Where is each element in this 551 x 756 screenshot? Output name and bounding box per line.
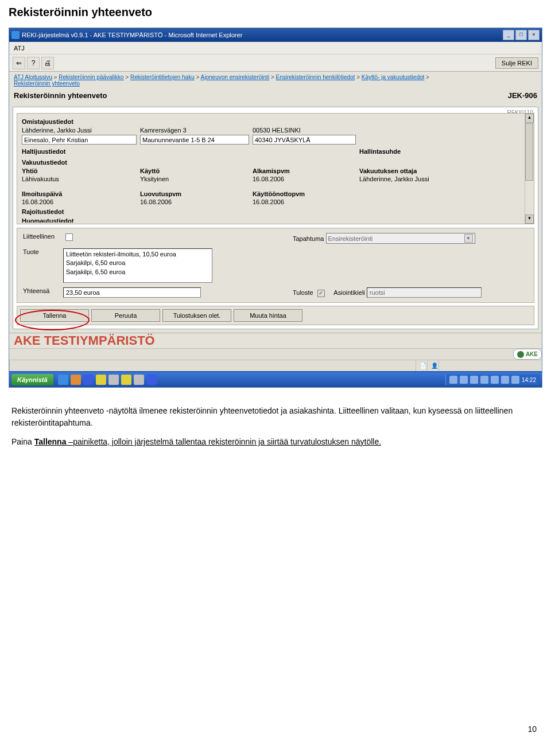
kaytto-header: Käyttö bbox=[140, 167, 249, 174]
tapahtuma-label: Tapahtuma bbox=[293, 235, 324, 242]
liitteellinen-label: Liitteellinen bbox=[23, 233, 63, 240]
scrollbar[interactable]: ▲ ▼ bbox=[525, 114, 534, 224]
status-zone bbox=[439, 360, 542, 371]
rajoitus-label: Rajoitustiedot bbox=[22, 208, 522, 215]
tuote-label: Tuote bbox=[23, 248, 63, 255]
omistajuus-label: Omistajuustiedot bbox=[22, 118, 522, 125]
status-segment bbox=[9, 360, 416, 371]
yhteensa-value: 23,50 euroa bbox=[63, 287, 201, 298]
peruuta-button[interactable]: Peruuta bbox=[91, 309, 160, 322]
tuote-listbox[interactable]: Liitteetön rekisteri-ilmoitus, 10,50 eur… bbox=[63, 248, 212, 283]
tray-icon[interactable] bbox=[501, 376, 509, 384]
page-title-row: Rekisteröinnin yhteenveto JEK-906 bbox=[9, 89, 542, 103]
ottaja-header: Vakuutuksen ottaja bbox=[359, 167, 522, 174]
ie-icon bbox=[11, 31, 20, 39]
taskbar-icon[interactable] bbox=[96, 375, 106, 385]
start-button[interactable]: Käynnistä bbox=[11, 374, 53, 385]
breadcrumb-link[interactable]: Rekisteröintitietojen haku bbox=[130, 74, 195, 80]
liitteellinen-checkbox[interactable] bbox=[65, 233, 73, 241]
scroll-up-button[interactable]: ▲ bbox=[525, 114, 534, 123]
tallenna-button[interactable]: Tallenna bbox=[20, 309, 89, 322]
taskbar-icon[interactable] bbox=[146, 375, 157, 385]
tray-icon[interactable] bbox=[449, 376, 457, 384]
lower-panel: Liitteellinen Tapahtuma Ensirekisteröint… bbox=[17, 228, 534, 303]
browser-status-bar: 📄 👤 bbox=[9, 360, 542, 371]
back-button[interactable]: ⇐ bbox=[13, 57, 25, 69]
breadcrumb-link[interactable]: Ajoneuvon ensirekisteröinti bbox=[201, 74, 270, 80]
breadcrumb-link[interactable]: Rekisteröinnin päävalikko bbox=[59, 74, 123, 80]
menu-bar[interactable]: ATJ bbox=[9, 42, 542, 54]
breadcrumb-current[interactable]: Rekisteröinnin yhteenveto bbox=[14, 80, 80, 87]
page-title: Rekisteröinnin yhteenveto bbox=[14, 91, 107, 100]
white-panel: REKI0110 ▲ ▼ Omistajuustiedot Lähderinne… bbox=[13, 107, 538, 329]
alkamis-header: Alkamispvm bbox=[253, 167, 356, 174]
huom-label: Huomautustiedot bbox=[22, 217, 522, 223]
data-panel: ▲ ▼ Omistajuustiedot Lähderinne, Jarkko … bbox=[17, 113, 534, 224]
chevron-down-icon: ▼ bbox=[464, 234, 473, 243]
paragraph: Rekisteröinnin yhteenveto -näytöltä ilme… bbox=[11, 405, 540, 429]
status-icon: 📄 bbox=[416, 360, 427, 371]
taskbar-icon[interactable] bbox=[134, 375, 144, 385]
asiointikieli-label: Asiointikieli bbox=[333, 289, 364, 296]
tallenna-ref: Tallenna bbox=[34, 437, 67, 446]
tray-icon[interactable] bbox=[460, 376, 468, 384]
watermark: AKE TESTIYMPÄRISTÖ bbox=[9, 333, 542, 348]
tray-icon[interactable] bbox=[480, 376, 488, 384]
vakuutus-label: Vakuutustiedot bbox=[22, 159, 522, 166]
yhtio-value: Lähivakuutus bbox=[22, 176, 137, 182]
page-number: 10 bbox=[0, 461, 551, 742]
tapahtuma-value: Ensirekisteröinti bbox=[328, 235, 373, 242]
clock: 14:22 bbox=[522, 377, 536, 383]
titlebar: REKI-järjestelmä v0.9.1 - AKE TESTIYMPÄR… bbox=[9, 28, 542, 42]
help-button[interactable]: ? bbox=[27, 57, 40, 69]
owner2-address[interactable]: Maununnevantie 1-5 B 24 bbox=[140, 135, 249, 145]
yhtio-header: Yhtiö bbox=[22, 167, 137, 174]
paragraph: Paina Tallenna –painiketta, jolloin järj… bbox=[11, 436, 540, 448]
system-tray[interactable]: 14:22 bbox=[445, 375, 540, 385]
button-row: Tallenna Peruuta Tulostuksen olet. Muuta… bbox=[17, 306, 534, 325]
window-title: REKI-järjestelmä v0.9.1 - AKE TESTIYMPÄR… bbox=[22, 32, 242, 38]
close-button[interactable]: × bbox=[528, 30, 540, 40]
yhteensa-label: Yhteensä bbox=[23, 287, 63, 294]
text: –painiketta, jolloin järjestelmä tallent… bbox=[66, 437, 381, 446]
taskbar-icon[interactable] bbox=[58, 375, 68, 385]
taskbar-icon[interactable] bbox=[121, 375, 131, 385]
scroll-thumb[interactable] bbox=[525, 123, 533, 181]
taskbar-icon[interactable] bbox=[71, 375, 81, 385]
minimize-button[interactable]: _ bbox=[503, 30, 514, 40]
breadcrumb-link[interactable]: Ensirekisteröinnin henkilötiedot bbox=[276, 74, 355, 80]
scroll-down-button[interactable]: ▼ bbox=[525, 215, 534, 224]
ilmoitus-header: Ilmoituspäivä bbox=[22, 190, 137, 197]
content-area: REKI0110 ▲ ▼ Omistajuustiedot Lähderinne… bbox=[9, 103, 542, 333]
taskbar-icon[interactable] bbox=[108, 375, 119, 385]
status-icon: 👤 bbox=[427, 360, 439, 371]
tapahtuma-dropdown[interactable]: Ensirekisteröinti ▼ bbox=[326, 233, 475, 244]
tray-icon[interactable] bbox=[470, 376, 478, 384]
tray-icon[interactable] bbox=[511, 376, 519, 384]
owner-name: Lähderinne, Jarkko Jussi bbox=[22, 127, 137, 134]
ake-logo: AKE bbox=[513, 349, 542, 360]
owner2-city[interactable]: 40340 JYVÄSKYLÄ bbox=[253, 135, 356, 145]
muuta-button[interactable]: Muuta hintaa bbox=[234, 309, 302, 322]
breadcrumb-link[interactable]: Käyttö- ja vakuutustiedot bbox=[362, 74, 425, 80]
kayttoonotto-value: 16.08.2006 bbox=[253, 198, 356, 205]
owner2-name[interactable]: Einesalo, Pehr Kristian bbox=[22, 135, 137, 145]
browser-window: REKI-järjestelmä v0.9.1 - AKE TESTIYMPÄR… bbox=[9, 28, 542, 388]
toolbar: ⇐ ? 🖨 Sulje REKI bbox=[9, 54, 542, 72]
status-bar: AKE bbox=[9, 348, 542, 360]
haltijuus-label: Haltijuustiedot bbox=[22, 148, 137, 155]
tuloste-label: Tuloste bbox=[293, 289, 313, 296]
ottaja-value: Lähderinne, Jarkko Jussi bbox=[359, 176, 522, 182]
maximize-button[interactable]: □ bbox=[515, 30, 527, 40]
taskbar-icon[interactable] bbox=[83, 375, 94, 385]
breadcrumb-home[interactable]: ATJ Aloitussivu bbox=[14, 74, 52, 80]
asiointikieli-value: ruotsi bbox=[367, 287, 482, 298]
print-button[interactable]: 🖨 bbox=[41, 57, 54, 69]
tuloste-checkbox[interactable] bbox=[317, 290, 325, 297]
tulostus-button[interactable]: Tulostuksen olet. bbox=[162, 309, 231, 322]
luovutus-header: Luovutuspvm bbox=[140, 190, 249, 197]
close-reki-button[interactable]: Sulje REKI bbox=[495, 57, 538, 69]
alkamis-value: 16.08.2006 bbox=[253, 176, 356, 182]
kaytto-value: Yksityinen bbox=[140, 176, 249, 182]
tray-icon[interactable] bbox=[491, 376, 499, 384]
